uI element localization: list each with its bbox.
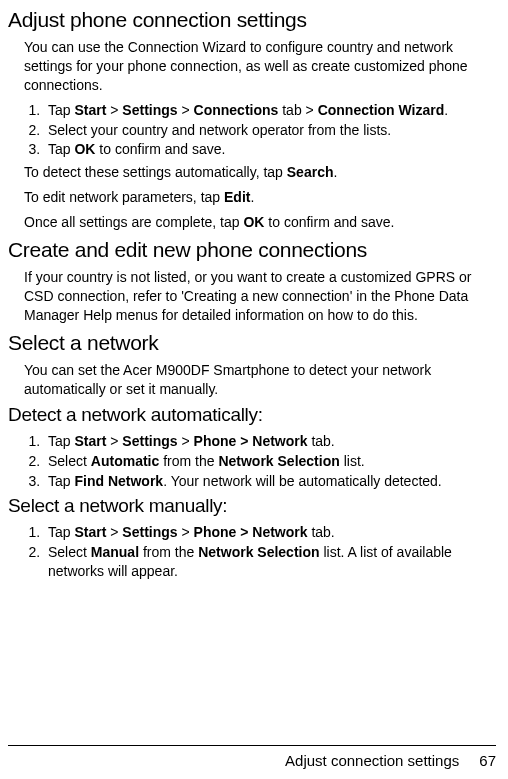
bold-ok: OK: [74, 141, 95, 157]
footer-page-number: 67: [479, 752, 496, 769]
text: .: [333, 164, 337, 180]
text: >: [106, 524, 122, 540]
create-edit-body: If your country is not listed, or you wa…: [24, 268, 496, 325]
text: Select: [48, 453, 91, 469]
text: >: [178, 433, 194, 449]
text: from the: [139, 544, 198, 560]
detect-text: To detect these settings automatically, …: [24, 163, 496, 182]
text: Once all settings are complete, tap: [24, 214, 243, 230]
heading-select-network: Select a network: [8, 331, 496, 355]
bold-ok: OK: [243, 214, 264, 230]
bold-network-selection: Network Selection: [218, 453, 339, 469]
heading-create-edit: Create and edit new phone connections: [8, 238, 496, 262]
text: to confirm and save.: [95, 141, 225, 157]
bold-find-network: Find Network: [74, 473, 163, 489]
bold-manual: Manual: [91, 544, 139, 560]
text: Tap: [48, 524, 74, 540]
bold-start: Start: [74, 524, 106, 540]
text: .: [444, 102, 448, 118]
bold-connection-wizard: Connection Wizard: [318, 102, 445, 118]
text: list.: [340, 453, 365, 469]
text: Tap: [48, 473, 74, 489]
step-item: Tap Start > Settings > Connections tab >…: [44, 101, 496, 120]
text: >: [106, 102, 122, 118]
text: . Your network will be automatically det…: [163, 473, 442, 489]
steps-list-1: Tap Start > Settings > Connections tab >…: [24, 101, 496, 160]
bold-edit: Edit: [224, 189, 250, 205]
intro-text: You can use the Connection Wizard to con…: [24, 38, 496, 95]
step-item: Tap OK to confirm and save.: [44, 140, 496, 159]
bold-settings: Settings: [122, 524, 177, 540]
page-footer: Adjust connection settings67: [8, 745, 496, 769]
step-item: Tap Start > Settings > Phone > Network t…: [44, 432, 496, 451]
text: .: [250, 189, 254, 205]
text: tab >: [278, 102, 317, 118]
bold-search: Search: [287, 164, 334, 180]
complete-text: Once all settings are complete, tap OK t…: [24, 213, 496, 232]
step-item: Select your country and network operator…: [44, 121, 496, 140]
heading-adjust-phone: Adjust phone connection settings: [8, 8, 496, 32]
step-item: Select Manual from the Network Selection…: [44, 543, 496, 581]
bold-automatic: Automatic: [91, 453, 159, 469]
text: >: [178, 524, 194, 540]
text: Select: [48, 544, 91, 560]
bold-connections: Connections: [194, 102, 279, 118]
bold-phone-network: Phone > Network: [194, 433, 308, 449]
select-network-body: You can set the Acer M900DF Smartphone t…: [24, 361, 496, 399]
heading-detect-auto: Detect a network automatically:: [8, 404, 496, 426]
text: tab.: [308, 433, 335, 449]
text: to confirm and save.: [264, 214, 394, 230]
text: To detect these settings automatically, …: [24, 164, 287, 180]
bold-phone-network: Phone > Network: [194, 524, 308, 540]
page-content: Adjust phone connection settings You can…: [8, 8, 496, 625]
text: Tap: [48, 102, 74, 118]
edit-text: To edit network parameters, tap Edit.: [24, 188, 496, 207]
bold-start: Start: [74, 102, 106, 118]
steps-list-manual: Tap Start > Settings > Phone > Network t…: [24, 523, 496, 581]
step-item: Select Automatic from the Network Select…: [44, 452, 496, 471]
bold-settings: Settings: [122, 433, 177, 449]
bold-network-selection: Network Selection: [198, 544, 319, 560]
text: >: [106, 433, 122, 449]
text: >: [178, 102, 194, 118]
bold-settings: Settings: [122, 102, 177, 118]
text: Tap: [48, 433, 74, 449]
step-item: Tap Find Network. Your network will be a…: [44, 472, 496, 491]
text: To edit network parameters, tap: [24, 189, 224, 205]
heading-select-manual: Select a network manually:: [8, 495, 496, 517]
text: Tap: [48, 141, 74, 157]
text: tab.: [308, 524, 335, 540]
bold-start: Start: [74, 433, 106, 449]
steps-list-auto: Tap Start > Settings > Phone > Network t…: [24, 432, 496, 491]
step-item: Tap Start > Settings > Phone > Network t…: [44, 523, 496, 542]
text: from the: [159, 453, 218, 469]
footer-title: Adjust connection settings: [285, 752, 459, 769]
